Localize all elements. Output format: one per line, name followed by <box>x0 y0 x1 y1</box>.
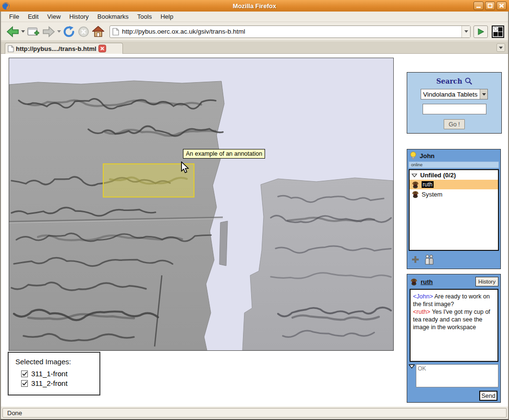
collection-selected-value: Vindolanda Tablets <box>421 91 480 98</box>
url-text[interactable]: http://pybus.oerc.ox.ac.uk/gsiv/trans-b.… <box>119 28 461 35</box>
menu-edit[interactable]: Edit <box>24 12 43 21</box>
window-title: Mozilla Firefox <box>0 2 509 10</box>
buddy-name: System <box>422 191 442 198</box>
buddy-item-ruth[interactable]: ruth <box>410 180 498 189</box>
group-chat-icon[interactable] <box>424 254 435 265</box>
message-sender: <John> <box>413 293 433 300</box>
chevron-down-icon <box>464 30 468 33</box>
buddy-actions <box>407 251 500 265</box>
chat-input-row: OK <box>407 362 500 387</box>
expander-triangle-icon[interactable] <box>412 173 417 177</box>
image-workspace[interactable]: An example of an annotation <box>9 58 394 351</box>
page-icon <box>8 45 14 52</box>
buddy-item-system[interactable]: System <box>410 189 498 199</box>
reload-button[interactable] <box>61 24 76 39</box>
collection-select[interactable]: Vindolanda Tablets <box>421 89 488 99</box>
home-button[interactable] <box>91 24 106 39</box>
lightbulb-icon <box>410 151 417 160</box>
search-query-input[interactable] <box>423 104 486 114</box>
back-dropdown[interactable] <box>21 25 25 39</box>
chat-message-input[interactable]: OK <box>416 364 498 387</box>
url-history-dropdown[interactable] <box>461 26 470 37</box>
search-go-button[interactable]: Go ! <box>444 119 465 129</box>
stop-icon <box>78 26 89 37</box>
chat-panel: ruth History <John> Are ready to work on… <box>407 274 501 403</box>
history-button[interactable]: History <box>475 277 498 286</box>
tab-list-dropdown[interactable] <box>497 43 505 52</box>
status-text: Done <box>2 408 507 418</box>
maximize-button[interactable] <box>485 1 495 10</box>
status-bar: Done <box>1 407 508 419</box>
menu-bar: File Edit View History Bookmarks Tools H… <box>1 12 508 22</box>
search-panel: Search Vindolanda Tablets Go ! <box>407 72 502 134</box>
forward-dropdown[interactable] <box>57 25 61 39</box>
buddy-group-label: Unfiled (0/2) <box>420 172 456 179</box>
buddy-icon <box>412 190 419 198</box>
menu-history[interactable]: History <box>65 12 93 21</box>
search-panel-title: Search <box>436 77 472 85</box>
forward-arrow-icon <box>42 26 55 37</box>
image-checkbox-row[interactable]: 311_2-front <box>21 379 99 387</box>
input-expander-icon[interactable] <box>409 364 415 369</box>
chat-header: ruth History <box>407 274 500 288</box>
buddy-list: Unfiled (0/2) ruth <box>409 169 499 251</box>
chat-message-log[interactable]: <John> Are ready to work on the first im… <box>410 289 498 362</box>
selected-images-box: Selected Images: 311_1-front 311_2-front <box>8 352 100 395</box>
close-button[interactable] <box>497 1 507 10</box>
menu-help[interactable]: Help <box>156 12 178 21</box>
title-bar: Mozilla Firefox <box>0 0 509 12</box>
maximize-icon <box>487 3 493 8</box>
checkbox-checked-icon[interactable] <box>21 380 28 387</box>
reload-icon <box>63 26 75 37</box>
buddy-group-row[interactable]: Unfiled (0/2) <box>410 170 498 180</box>
close-icon <box>499 3 504 8</box>
send-button[interactable]: Send <box>479 391 497 401</box>
image-label: 311_1-front <box>31 370 68 378</box>
select-arrow-icon[interactable] <box>480 89 487 99</box>
message-sender: <ruth> <box>413 309 430 315</box>
presence-status[interactable]: online <box>409 161 499 168</box>
buddy-user-name: John <box>420 152 435 160</box>
chevron-down-icon <box>499 47 503 49</box>
chevron-down-icon <box>57 30 61 33</box>
go-button[interactable] <box>473 25 488 38</box>
tab-label: http://pybus..../trans-b.html <box>16 45 97 52</box>
buddy-panel-header: John <box>407 149 500 161</box>
forward-button[interactable] <box>41 24 57 39</box>
browser-window: Mozilla Firefox File Edit View History B… <box>0 0 509 420</box>
tab-close-icon[interactable] <box>98 45 106 52</box>
back-arrow-icon <box>6 26 19 37</box>
image-checkbox-row[interactable]: 311_1-front <box>21 370 99 378</box>
url-bar[interactable]: http://pybus.oerc.ox.ac.uk/gsiv/trans-b.… <box>109 25 471 38</box>
stop-button[interactable] <box>76 24 91 39</box>
buddy-icon <box>410 278 418 285</box>
menu-view[interactable]: View <box>43 12 65 21</box>
image-label: 311_2-front <box>31 379 68 387</box>
menu-bookmarks[interactable]: Bookmarks <box>93 12 133 21</box>
checkbox-checked-icon[interactable] <box>21 371 28 377</box>
page-icon <box>112 28 119 36</box>
menu-tools[interactable]: Tools <box>133 12 156 21</box>
add-buddy-icon[interactable] <box>411 255 420 264</box>
buddy-list-panel: John online Unfiled (0/2) <box>407 149 501 269</box>
back-button[interactable] <box>5 24 21 39</box>
new-window-icon <box>27 26 39 37</box>
selected-images-title: Selected Images: <box>15 358 99 366</box>
search-icon <box>465 77 473 85</box>
chevron-down-icon <box>21 30 25 33</box>
tab-trans-b[interactable]: http://pybus..../trans-b.html <box>5 43 123 54</box>
tab-bar: http://pybus..../trans-b.html <box>1 41 508 54</box>
annotation-tooltip: An example of an annotation <box>183 149 265 159</box>
page-content: An example of an annotation Selected Ima… <box>1 54 508 407</box>
new-tab-button[interactable] <box>25 24 41 39</box>
chat-peer-name: ruth <box>421 278 473 285</box>
home-icon <box>92 26 104 37</box>
go-arrow-icon <box>478 28 484 35</box>
extension-grid-icon[interactable] <box>492 25 504 38</box>
navigation-toolbar: http://pybus.oerc.ox.ac.uk/gsiv/trans-b.… <box>1 23 508 41</box>
menu-file[interactable]: File <box>5 12 24 21</box>
vindolanda-tablet-images <box>9 58 393 350</box>
minimize-button[interactable] <box>473 1 484 10</box>
buddy-name: ruth <box>422 181 434 188</box>
mouse-cursor-icon <box>180 161 190 174</box>
